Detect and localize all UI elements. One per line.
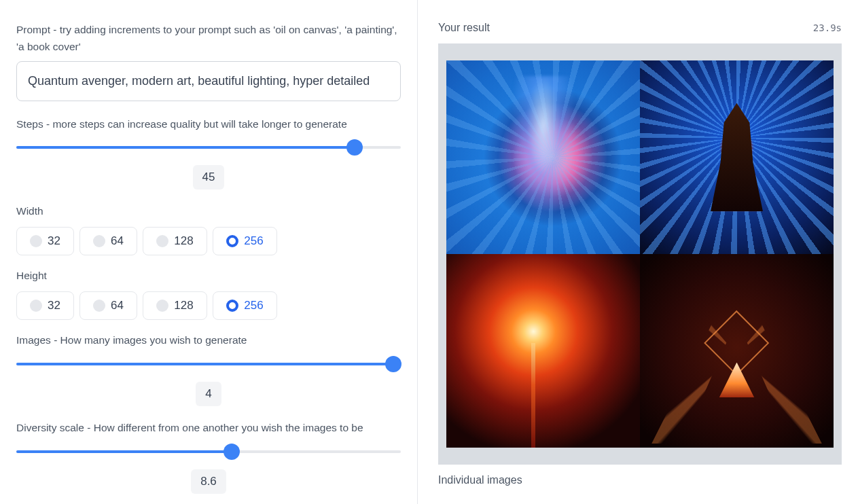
diversity-value: 8.6 [191,469,226,494]
radio-icon [226,300,238,312]
radio-icon [30,235,42,247]
radio-icon [156,235,168,247]
images-slider[interactable] [16,355,401,375]
result-panel: Your result 23.9s Individual images [418,0,858,504]
result-image-container [438,43,842,465]
width-option-32[interactable]: 32 [16,227,74,255]
width-option-label: 64 [111,234,124,248]
height-option-label: 128 [174,299,193,312]
steps-slider[interactable] [16,138,401,158]
height-option-128[interactable]: 128 [143,291,207,320]
height-label: Height [16,268,401,285]
steps-label: Steps - more steps can increase quality … [16,116,401,133]
result-title: Your result [438,22,490,34]
radio-icon [226,235,238,247]
prompt-input-wrap[interactable] [16,61,401,101]
steps-slider-thumb[interactable] [346,139,363,156]
radio-icon [156,300,168,312]
result-tile-4 [640,254,834,448]
prompt-input[interactable] [28,74,389,88]
width-label: Width [16,203,401,220]
width-option-64[interactable]: 64 [79,227,137,255]
width-option-label: 32 [48,234,60,248]
prompt-label: Prompt - try adding increments to your p… [16,22,401,56]
result-tile-2 [640,60,834,254]
images-value: 4 [196,382,221,406]
result-grid-image[interactable] [446,60,834,448]
radio-icon [30,300,42,312]
diversity-slider[interactable] [16,442,401,463]
radio-icon [93,300,105,312]
individual-images-label: Individual images [438,474,842,486]
height-option-32[interactable]: 32 [16,291,74,320]
steps-value: 45 [193,165,225,190]
width-options: 3264128256 [16,227,401,255]
width-option-label: 128 [174,234,193,248]
width-option-label: 256 [244,234,263,248]
settings-panel: Prompt - try adding increments to your p… [0,0,418,504]
width-option-256[interactable]: 256 [213,227,277,255]
width-option-128[interactable]: 128 [143,227,207,255]
height-option-256[interactable]: 256 [213,291,277,320]
generation-time: 23.9s [813,22,842,33]
radio-icon [93,235,105,247]
height-option-label: 256 [244,299,263,312]
diversity-slider-thumb[interactable] [224,444,240,460]
height-option-label: 32 [48,299,60,312]
height-options: 3264128256 [16,291,401,320]
height-option-64[interactable]: 64 [79,291,137,320]
diversity-label: Diversity scale - How different from one… [16,420,401,437]
height-option-label: 64 [111,299,124,312]
images-label: Images - How many images you wish to gen… [16,332,401,349]
result-tile-1 [446,60,640,254]
images-slider-thumb[interactable] [385,356,401,372]
result-tile-3 [446,254,640,448]
